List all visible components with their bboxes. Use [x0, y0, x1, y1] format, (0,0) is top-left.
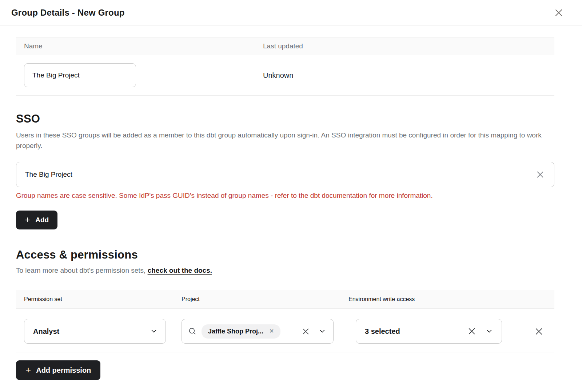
chevron-down-icon[interactable]	[319, 329, 325, 333]
permission-set-value: Analyst	[33, 327, 59, 336]
clear-icon	[467, 327, 476, 336]
chip-remove-icon[interactable]: ✕	[269, 328, 274, 334]
modal-content: Name Last updated Unknown SSO Users in t…	[0, 37, 582, 380]
table-row: Unknown	[16, 55, 554, 96]
access-description-text: To learn more about dbt's permission set…	[16, 267, 148, 274]
chevron-down-icon	[151, 329, 157, 333]
clear-icon	[536, 170, 545, 179]
sso-section: SSO Users in these SSO groups will be ad…	[16, 112, 554, 229]
access-heading: Access & permissions	[16, 248, 554, 261]
clear-icon	[302, 327, 310, 336]
permissions-table-header: Permission set Project Environment write…	[16, 290, 554, 309]
last-updated-value: Unknown	[263, 71, 554, 80]
plus-icon: +	[25, 215, 30, 224]
name-table-header: Name Last updated	[16, 37, 554, 55]
group-name-table: Name Last updated Unknown	[16, 37, 554, 96]
chevron-down-icon[interactable]	[486, 329, 492, 333]
permission-set-cell: Analyst	[16, 319, 182, 344]
environment-clear-button[interactable]	[467, 327, 476, 336]
permission-set-select[interactable]: Analyst	[24, 319, 166, 344]
sso-group-input[interactable]	[25, 171, 536, 179]
plus-icon: +	[25, 365, 31, 375]
add-sso-group-button[interactable]: + Add	[16, 211, 57, 229]
access-description: To learn more about dbt's permission set…	[16, 267, 554, 275]
environment-selected-value: 3 selected	[365, 327, 400, 336]
sso-description: Users in these SSO groups will be added …	[16, 130, 554, 151]
add-permission-label: Add permission	[36, 366, 91, 375]
close-icon	[554, 8, 563, 17]
last-updated-column-header: Last updated	[263, 42, 554, 50]
permissions-table: Permission set Project Environment write…	[16, 290, 554, 352]
docs-link[interactable]: check out the docs.	[148, 267, 212, 274]
close-button[interactable]	[553, 7, 565, 19]
project-select-actions	[302, 327, 325, 336]
add-button-label: Add	[35, 216, 49, 224]
modal-left-border	[2, 0, 2, 392]
remove-permission-row-button[interactable]	[534, 327, 543, 336]
project-chip[interactable]: Jaffle Shop Proj... ✕	[202, 324, 280, 339]
sso-heading: SSO	[16, 112, 554, 125]
modal-header: Group Details - New Group	[0, 0, 582, 25]
name-cell	[16, 63, 263, 87]
project-cell: Jaffle Shop Proj... ✕	[182, 319, 348, 344]
sso-clear-button[interactable]	[536, 170, 545, 179]
name-column-header: Name	[16, 42, 263, 50]
remove-icon	[534, 327, 543, 336]
group-name-input[interactable]	[24, 63, 136, 87]
project-column-header: Project	[182, 296, 348, 303]
project-multiselect[interactable]: Jaffle Shop Proj... ✕	[182, 319, 334, 344]
access-permissions-section: Access & permissions To learn more about…	[16, 248, 554, 380]
row-actions-cell	[523, 327, 554, 336]
environment-column-header: Environment write access	[348, 296, 523, 303]
search-icon	[188, 327, 196, 335]
project-clear-button[interactable]	[302, 327, 310, 336]
permission-set-column-header: Permission set	[16, 296, 182, 303]
sso-group-field	[16, 162, 554, 187]
project-chip-label: Jaffle Shop Proj...	[208, 328, 263, 335]
environment-select-actions	[467, 327, 492, 336]
sso-error-text: Group names are case sensitive. Some IdP…	[16, 192, 554, 200]
add-permission-button[interactable]: + Add permission	[16, 360, 100, 380]
environment-multiselect[interactable]: 3 selected	[356, 319, 502, 344]
environment-cell: 3 selected	[348, 319, 523, 344]
page-title: Group Details - New Group	[11, 8, 125, 18]
permission-row: Analyst Jaffle Shop Proj...	[16, 309, 554, 352]
